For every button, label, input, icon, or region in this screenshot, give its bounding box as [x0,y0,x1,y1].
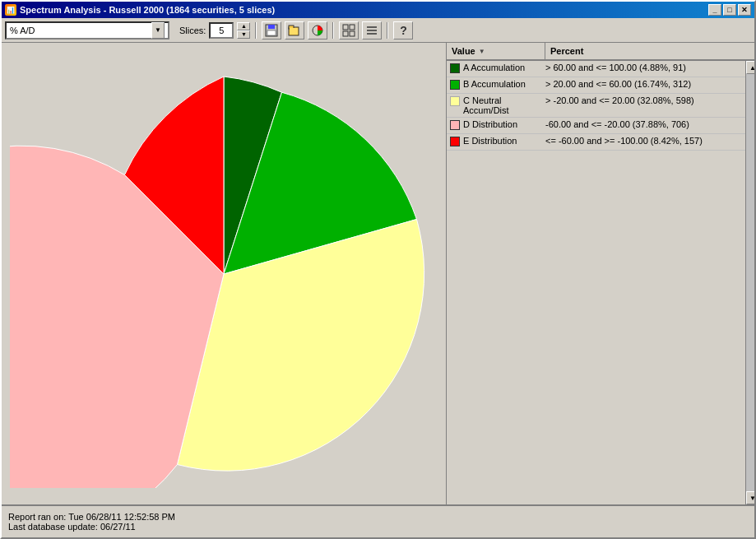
close-button[interactable]: ✕ [738,4,751,16]
title-bar: 📊 Spectrum Analysis - Russell 2000 (1864… [2,2,754,18]
maximize-button[interactable]: □ [723,4,736,16]
window-title: Spectrum Analysis - Russell 2000 (1864 s… [20,5,275,15]
legend-label-a: A Accumulation [463,63,545,72]
slices-label: Slices: [179,26,206,35]
toolbar: % A/D ▼ Slices: 5 ▲ ▼ [2,18,754,43]
legend-rows: A Accumulation > 60.00 and <= 100.00 (4.… [447,61,745,504]
svg-rect-1 [268,25,275,29]
legend-header: Value ▼ Percent [447,43,754,61]
legend-range-b: > 20.00 and <= 60.00 (16.74%, 312) [545,79,742,89]
legend-color-a [450,63,460,73]
separator-1 [255,22,257,39]
scroll-down-button[interactable]: ▼ [746,491,754,504]
dropdown-value: % A/D [10,26,35,35]
svg-rect-8 [350,25,355,30]
svg-rect-10 [350,31,355,36]
chart-type-icon [311,24,324,37]
slices-down-button[interactable]: ▼ [237,30,250,39]
chart-area [2,43,446,504]
legend-label-e: E Distribution [463,136,545,146]
scroll-up-button[interactable]: ▲ [746,61,754,74]
svg-rect-9 [343,31,348,36]
last-update-label: Last database update: 06/27/11 [8,522,748,532]
slices-input[interactable]: 5 [209,22,234,39]
chart-type-button[interactable] [308,21,327,39]
svg-rect-5 [290,28,298,35]
legend-range-d: -60.00 and <= -20.00 (37.88%, 706) [545,119,742,129]
legend-with-scroll: A Accumulation > 60.00 and <= 100.00 (4.… [447,61,754,504]
legend-percent-header[interactable]: Percent [545,43,754,59]
grid-view-icon [342,24,355,37]
svg-rect-2 [267,30,276,35]
dropdown-arrow-icon[interactable]: ▼ [151,22,165,39]
sort-icon: ▼ [479,48,485,55]
open-icon [288,24,301,37]
legend-row-c: C Neutral Accum/Dist > -20.00 and <= 20.… [447,94,745,118]
main-window: 📊 Spectrum Analysis - Russell 2000 (1864… [0,0,756,539]
legend-row-e: E Distribution <= -60.00 and >= -100.00 … [447,134,745,151]
legend-row-b: B Accumulation > 20.00 and <= 60.00 (16.… [447,77,745,94]
metric-dropdown[interactable]: % A/D ▼ [5,21,169,39]
main-content: Value ▼ Percent A Accumulation > 60.00 a… [2,43,754,504]
legend-row-a: A Accumulation > 60.00 and <= 100.00 (4.… [447,61,745,77]
legend-color-e [450,137,460,146]
svg-rect-7 [343,25,348,30]
legend-panel: Value ▼ Percent A Accumulation > 60.00 a… [446,43,754,504]
list-view-button[interactable] [362,21,382,39]
legend-color-d [450,120,460,130]
grid-view-button[interactable] [339,21,359,39]
slices-stepper: ▲ ▼ [237,22,250,39]
minimize-button[interactable]: _ [708,4,721,16]
status-bar: Report ran on: Tue 06/28/11 12:52:58 PM … [2,504,754,537]
legend-range-a: > 60.00 and <= 100.00 (4.88%, 91) [545,63,742,72]
legend-range-c: > -20.00 and <= 20.00 (32.08%, 598) [545,95,742,105]
legend-label-b: B Accumulation [463,79,545,89]
save-button[interactable] [262,21,281,39]
report-ran-label: Report ran on: Tue 06/28/11 12:52:58 PM [8,512,748,522]
title-buttons: _ □ ✕ [708,4,751,16]
legend-color-c [450,96,460,106]
legend-color-b [450,80,460,90]
separator-3 [387,22,388,39]
app-icon: 📊 [5,4,16,16]
title-bar-left: 📊 Spectrum Analysis - Russell 2000 (1864… [5,4,275,16]
open-button[interactable] [285,21,304,39]
save-icon [265,24,278,37]
legend-value-header[interactable]: Value ▼ [447,43,545,59]
legend-range-e: <= -60.00 and >= -100.00 (8.42%, 157) [545,136,742,146]
list-view-icon [365,24,378,37]
help-button[interactable]: ? [393,21,413,39]
legend-row-d: D Distribution -60.00 and <= -20.00 (37.… [447,118,745,134]
legend-label-c: C Neutral Accum/Dist [463,95,545,115]
scroll-track[interactable] [746,74,754,491]
scrollbar-vertical: ▲ ▼ [745,61,754,504]
slices-up-button[interactable]: ▲ [237,22,250,30]
help-icon: ? [400,24,407,37]
separator-2 [332,22,334,39]
pie-chart [10,60,438,488]
legend-label-d: D Distribution [463,119,545,129]
